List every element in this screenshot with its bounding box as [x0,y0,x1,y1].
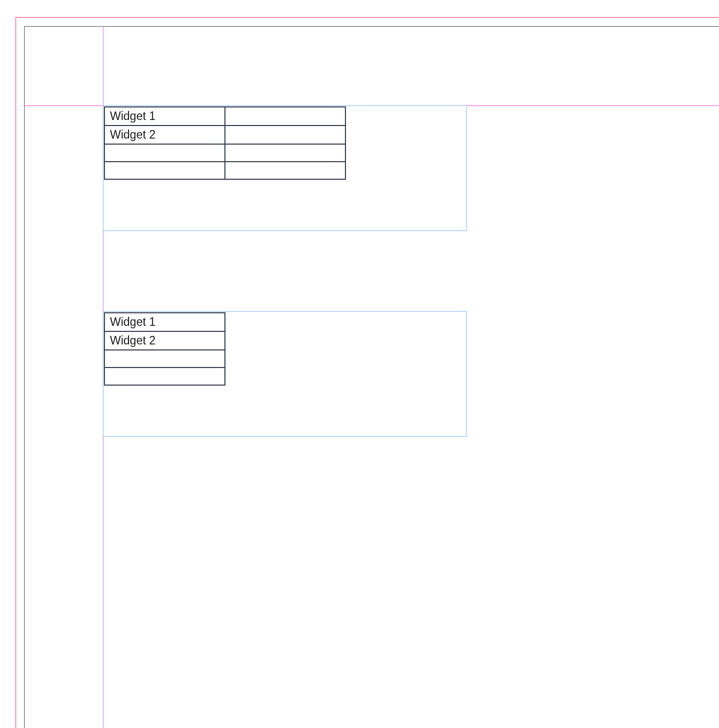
table-2[interactable]: Widget 1 Widget 2 [104,312,225,386]
table-cell[interactable]: Widget 2 [104,126,225,144]
table-cell[interactable] [225,144,345,162]
table-cell[interactable] [104,144,225,162]
table-cell[interactable] [225,162,345,179]
cell-text: Widget 1 [110,109,156,123]
table-2-wrap: Widget 1 Widget 2 [104,312,225,386]
table-cell[interactable] [104,162,225,179]
table-cell[interactable] [104,368,225,385]
table-cell[interactable] [225,126,345,144]
bleed-edge-left [16,17,16,728]
cell-text: Widget 2 [110,334,156,347]
table-row[interactable]: Widget 2 [104,331,225,350]
table-cell[interactable]: Widget 1 [104,313,225,331]
table-row[interactable] [104,350,225,368]
table-row[interactable] [104,368,225,385]
table-row[interactable]: Widget 1 [104,313,225,331]
table-cell[interactable]: Widget 2 [104,331,225,350]
cell-text: Widget 2 [110,128,156,141]
table-row[interactable]: Widget 1 [104,107,345,126]
page-edge-top [24,26,719,27]
bleed-edge-top [16,17,719,18]
table-1[interactable]: Widget 1 Widget 2 [104,106,346,180]
table-row[interactable]: Widget 2 [104,126,345,144]
table-cell[interactable] [225,107,345,126]
table-row[interactable] [104,144,345,162]
page-edge-left [24,26,25,728]
table-1-wrap: Widget 1 Widget 2 [104,106,346,180]
table-cell[interactable]: Widget 1 [104,107,225,126]
cell-text: Widget 1 [110,315,156,328]
table-row[interactable] [104,162,345,179]
table-cell[interactable] [104,350,225,368]
